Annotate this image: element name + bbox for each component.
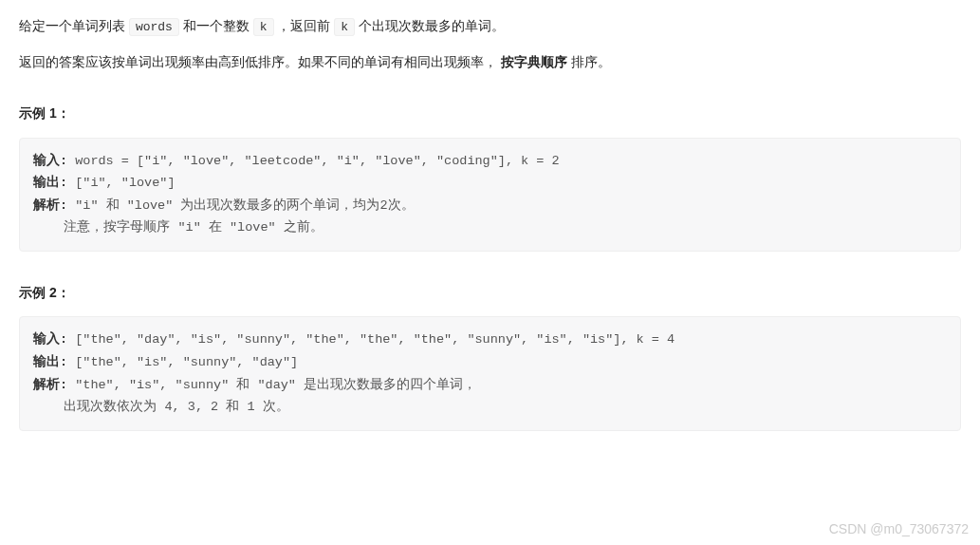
text: 返回的答案应该按单词出现频率由高到低排序。如果不同的单词有相同出现频率， <box>19 54 501 69</box>
input-label: 输入: <box>33 332 67 347</box>
bold-lexicographical: 按字典顺序 <box>501 54 567 69</box>
text: 排序。 <box>567 54 611 69</box>
output-value: ["i", "love"] <box>67 176 175 190</box>
input-label: 输入: <box>33 154 67 168</box>
input-value: words = ["i", "love", "leetcode", "i", "… <box>67 154 559 168</box>
example-1-title: 示例 1： <box>19 103 961 123</box>
explain-cont: 注意，按字母顺序 "i" 在 "love" 之前。 <box>33 220 324 235</box>
input-value: ["the", "day", "is", "sunny", "the", "th… <box>67 332 675 347</box>
example-2-title: 示例 2： <box>19 282 961 303</box>
explain-value: "i" 和 "love" 为出现次数最多的两个单词，均为2次。 <box>67 198 414 213</box>
code-k-2: k <box>334 18 355 36</box>
desc-line-1: 给定一个单词列表 words 和一个整数 k ，返回前 k 个出现次数最多的单词… <box>19 15 961 38</box>
output-label: 输出: <box>33 355 67 369</box>
text: 个出现次数最多的单词。 <box>355 18 505 33</box>
explain-value: "the", "is", "sunny" 和 "day" 是出现次数最多的四个单… <box>67 378 476 392</box>
example-2-block: 输入: ["the", "day", "is", "sunny", "the",… <box>19 316 961 431</box>
problem-description: 给定一个单词列表 words 和一个整数 k ，返回前 k 个出现次数最多的单词… <box>19 15 961 72</box>
output-value: ["the", "is", "sunny", "day"] <box>67 355 298 369</box>
explain-label: 解析: <box>33 378 67 392</box>
desc-line-2: 返回的答案应该按单词出现频率由高到低排序。如果不同的单词有相同出现频率， 按字典… <box>19 51 961 72</box>
explain-label: 解析: <box>33 198 67 213</box>
text: 给定一个单词列表 <box>19 18 129 33</box>
text: ，返回前 <box>274 18 335 33</box>
example-1-block: 输入: words = ["i", "love", "leetcode", "i… <box>19 138 961 253</box>
explain-cont: 出现次数依次为 4, 3, 2 和 1 次。 <box>33 400 289 414</box>
code-k: k <box>253 18 274 36</box>
text: 和一个整数 <box>179 18 253 33</box>
output-label: 输出: <box>33 176 67 190</box>
code-words: words <box>129 18 179 36</box>
